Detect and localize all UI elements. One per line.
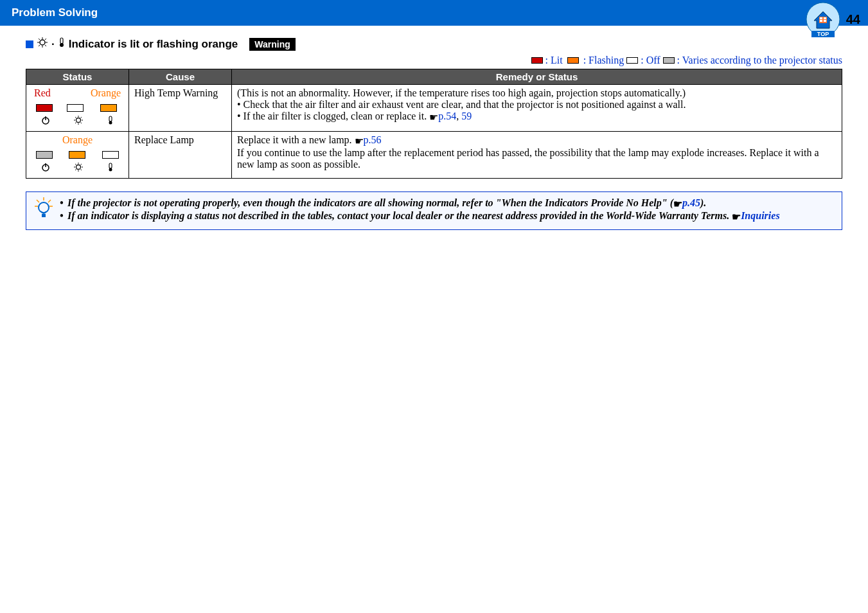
tip-box: • If the projector is not operating prop… [26,191,842,230]
inquiries-link[interactable]: Inquiries [741,210,779,221]
tip-b1-pre: If the projector is not operating proper… [67,197,673,208]
page-header: Problem Solving TOP 44 [0,0,868,26]
svg-line-25 [75,117,76,118]
section-title-text: Indicator is lit or flashing orange [69,38,238,51]
svg-line-39 [81,170,82,171]
pointer-icon: ☛ [355,135,364,147]
warning-badge: Warning [249,38,295,51]
section-sep: · [51,38,55,51]
legend-varies-text: : Varies according to the projector stat… [677,55,842,66]
svg-rect-4 [820,20,822,22]
svg-line-40 [75,170,76,171]
legend-row: : Lit : Flashing : Off : Varies accordin… [26,55,842,66]
th-cause: Cause [129,69,232,85]
temp-icon [107,116,114,127]
pointer-icon: ☛ [429,111,438,123]
svg-line-12 [39,39,40,40]
svg-rect-5 [824,20,826,22]
svg-point-17 [60,43,64,47]
status-label-orange: Orange [62,134,93,146]
remedy-main: (This is not an abnormality. However, if… [237,87,837,99]
indicator-flash-orange-icon [98,103,119,113]
status-table: Status Cause Remedy or Status Red Orange [26,69,842,179]
page-link[interactable]: p.45 [682,197,700,208]
section-bullet-icon [26,40,33,48]
th-remedy: Remedy or Status [232,69,842,85]
indicator-off-icon [102,151,119,159]
tip-b2-pre: If an indicator is displaying a status n… [67,210,732,221]
svg-rect-2 [820,17,822,19]
lamp-outline-icon [37,37,48,51]
thermometer-icon [58,37,65,51]
indicator-varies-icon [36,151,53,159]
legend-off-icon [626,57,638,64]
power-icon [41,163,50,174]
page-link[interactable]: 59 [461,111,472,121]
svg-line-46 [48,200,51,202]
svg-line-28 [81,117,82,118]
indicator-flash-orange-icon [67,150,87,160]
table-row: Red Orange High Temp Warning [26,85,842,132]
indicator-off-icon [67,104,84,112]
remedy-line2: If you continue to use the lamp after th… [237,147,837,170]
legend-flashing-icon [565,55,581,66]
svg-line-14 [39,45,40,46]
tip-bullet: • If an indicator is displaying a status… [60,210,780,223]
indicator-symbol-row [31,114,123,129]
remedy-l1-pre: Replace it with a new lamp. [237,134,355,145]
indicator-symbol-row [31,161,123,175]
svg-point-20 [76,118,81,123]
status-label-orange: Orange [91,87,121,99]
page-badge: TOP 44 [805,0,868,39]
tip-b1-post: ). [700,197,706,208]
pointer-icon: ☛ [673,198,682,210]
legend-flashing-text: : Flashing [583,55,624,66]
remedy-b1-text: Check that the air filter and air exhaus… [244,99,686,110]
svg-point-7 [40,40,45,45]
svg-point-49 [39,202,49,213]
cause-cell: High Temp Warning [129,85,232,132]
status-cell: Red Orange [26,85,129,132]
temp-icon [107,163,114,174]
page-link[interactable]: p.54 [438,111,456,121]
section-heading-row: · Indicator is lit or flashing orange Wa… [26,37,842,51]
legend-lit-text: : Lit [545,55,563,66]
legend-lit-icon [531,57,543,64]
indicator-lit-red-icon [36,104,53,112]
page-number: 44 [846,12,860,27]
lamp-icon [74,116,83,127]
svg-line-27 [75,123,76,124]
remedy-bullet: • Check that the air filter and air exha… [237,99,837,111]
tip-content: • If the projector is not operating prop… [60,197,780,223]
section-title: · Indicator is lit or flashing orange [37,37,238,51]
svg-line-15 [45,39,46,40]
svg-line-26 [81,123,82,124]
top-label-text: TOP [817,31,829,37]
remedy-line1: Replace it with a new lamp. ☛ p.56 [237,134,837,147]
th-status: Status [26,69,129,85]
header-title: Problem Solving [12,6,98,19]
lightbulb-tip-icon [34,197,53,222]
table-row: Orange Replace Lamp Replace it [26,132,842,179]
status-cell: Orange [26,132,129,179]
svg-line-41 [81,164,82,165]
remedy-cell: Replace it with a new lamp. ☛ p.56 If yo… [232,132,842,179]
svg-rect-3 [824,17,826,19]
pointer-icon: ☛ [732,211,741,223]
indicator-box-row [31,148,123,161]
svg-line-38 [75,164,76,165]
svg-rect-16 [60,38,63,44]
page-link[interactable]: p.56 [364,134,382,145]
svg-line-45 [37,200,39,202]
remedy-b2-pre: If the air filter is clogged, clean or r… [244,111,430,121]
home-top-icon[interactable]: TOP [805,0,842,39]
table-header-row: Status Cause Remedy or Status [26,69,842,85]
cause-cell: Replace Lamp [129,132,232,179]
svg-point-30 [109,121,112,125]
tip-bullet: • If the projector is not operating prop… [60,197,780,210]
remedy-bullet: • If the air filter is clogged, clean or… [237,111,837,123]
svg-rect-42 [109,163,112,168]
svg-line-13 [45,45,46,46]
lamp-icon [74,163,83,174]
svg-rect-50 [42,214,46,217]
